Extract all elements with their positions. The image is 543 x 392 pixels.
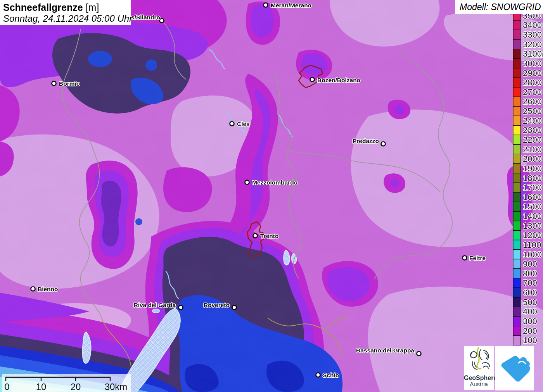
hillshade-texture <box>0 0 543 392</box>
legend-swatch-900 <box>513 259 521 269</box>
legend-value-900: 900 <box>523 259 537 269</box>
legend-swatch-600 <box>513 288 521 297</box>
city-marker-bienno <box>31 287 35 291</box>
legend-swatch-2700 <box>513 87 521 97</box>
legend-value-100: 100 <box>523 335 537 345</box>
legend-swatch-3000 <box>513 59 521 68</box>
legend-value-200: 200 <box>523 326 537 336</box>
scalebar-label-10: 10 <box>36 382 47 392</box>
lake-tenno <box>152 309 159 313</box>
city-label-silandro: rs/Silandro <box>129 14 160 21</box>
date-subtitle: Sonntag, 24.11.2024 05:00 Uhr <box>3 13 128 24</box>
city-bozen: Bozen/Bolzano <box>310 77 361 83</box>
city-marker-riva <box>179 306 183 310</box>
legend-value-400: 400 <box>523 307 537 316</box>
legend-value-3200: 3200 <box>523 40 542 49</box>
legend-value-1500: 1500 <box>523 202 542 211</box>
city-label-bassano: Bassano del Grappa <box>356 347 414 354</box>
city-marker-schio <box>316 373 320 377</box>
legend-value-1700: 1700 <box>523 183 542 192</box>
city-marker-cles <box>230 122 234 126</box>
city-marker-trento <box>253 234 258 238</box>
legend-value-3400: 3400 <box>523 20 542 30</box>
city-label-bozen: Bozen/Bolzano <box>317 77 360 83</box>
city-label-bienno: Bienno <box>38 286 58 292</box>
city-label-feltre: Feltre <box>469 255 486 261</box>
legend-swatch-1700 <box>513 183 521 192</box>
legend-swatch-1100 <box>513 240 521 250</box>
legend-swatch-3200 <box>513 40 521 49</box>
legend-value-1200: 1200 <box>523 230 542 240</box>
model-label: Modell: SNOWGRID <box>455 0 543 14</box>
scalebar-label-30km: 30km <box>105 382 128 392</box>
legend-value-2500: 2500 <box>523 106 542 116</box>
city-marker-predazzo <box>381 142 386 146</box>
legend-swatch-1500 <box>513 202 521 212</box>
legend-swatch-3400 <box>513 21 521 30</box>
legend-value-1000: 1000 <box>523 250 542 259</box>
city-marker-bozen <box>310 78 315 82</box>
legend-value-500: 500 <box>523 297 537 307</box>
legend-swatch-2800 <box>513 78 521 87</box>
legend-swatch-800 <box>513 269 521 278</box>
scalebar-graphic: 0 10 20 30km <box>2 374 131 392</box>
legend-swatch-2200 <box>513 135 521 145</box>
legend-swatch-100 <box>513 335 521 345</box>
title-text: Schneefallgrenze <box>3 2 83 13</box>
legend-swatch-300 <box>513 316 521 326</box>
city-marker-silandro <box>160 19 164 23</box>
legend-swatch-1900 <box>513 164 521 173</box>
legend-swatch-1800 <box>513 173 521 183</box>
legend-swatch-2100 <box>513 145 521 154</box>
legend-swatch-700 <box>513 278 521 288</box>
city-label-mezzolombardo: Mezzolombardo <box>252 179 297 186</box>
scalebar-label-0: 0 <box>4 382 9 392</box>
legend-value-2900: 2900 <box>523 68 542 78</box>
city-label-predazzo: Predazzo <box>353 138 379 144</box>
legend-swatch-500 <box>513 297 521 307</box>
legend-value-3300: 3300 <box>523 30 542 40</box>
legend-swatch-2000 <box>513 154 521 164</box>
legend-value-2100: 2100 <box>523 145 542 154</box>
city-label-trento: Trento <box>260 233 278 239</box>
legend-value-800: 800 <box>523 269 537 278</box>
legend-swatch-3300 <box>513 30 521 40</box>
legend-swatch-2400 <box>513 116 521 126</box>
city-label-bormio: Bormio <box>59 80 80 87</box>
legend-value-1800: 1800 <box>523 173 542 183</box>
page-title: Schneefallgrenze[m] <box>3 2 128 13</box>
city-meran: Meran/Merano <box>264 2 312 9</box>
legend-value-2200: 2200 <box>523 135 542 145</box>
legend-value-1900: 1900 <box>523 164 542 173</box>
city-marker-meran <box>264 3 268 7</box>
legend-value-600: 600 <box>523 288 537 297</box>
legend-value-1300: 1300 <box>523 221 542 231</box>
legend-value-2000: 2000 <box>523 154 542 164</box>
city-label-schio: Schio <box>323 372 339 378</box>
city-marker-mezzolombardo <box>245 180 249 185</box>
legend-swatch-3100 <box>513 49 521 59</box>
city-marker-rovereto <box>232 306 237 310</box>
legend-swatch-2900 <box>513 68 521 78</box>
legend-value-1100: 1100 <box>523 240 541 250</box>
city-label-cles: Cles <box>237 121 250 127</box>
legend-swatch-2300 <box>513 126 521 135</box>
scalebar-label-20: 20 <box>71 382 81 392</box>
city-label-riva: Riva del Garda <box>133 302 176 308</box>
legend-value-2800: 2800 <box>523 78 542 87</box>
geosphere-logo-country: Austria <box>464 381 494 387</box>
map-canvas: Cortina 35003400330032003100300029002800… <box>0 0 543 392</box>
city-label-meran: Meran/Merano <box>271 2 311 9</box>
legend-swatch-400 <box>513 307 521 316</box>
legend-swatch-1300 <box>513 221 521 231</box>
city-marker-bassano <box>417 352 421 356</box>
legend-value-3000: 3000 <box>523 59 542 68</box>
legend-swatch-2500 <box>513 106 521 116</box>
geosphere-logo-box: GeoSphere Austria <box>464 346 494 390</box>
geosphere-logo-icon <box>464 346 494 374</box>
city-marker-bormio <box>52 81 56 86</box>
city-marker-feltre <box>463 256 467 260</box>
title-box: Schneefallgrenze[m] Sonntag, 24.11.2024 … <box>0 0 131 25</box>
legend-swatch-1600 <box>513 192 521 202</box>
legend-swatch-1000 <box>513 250 521 259</box>
